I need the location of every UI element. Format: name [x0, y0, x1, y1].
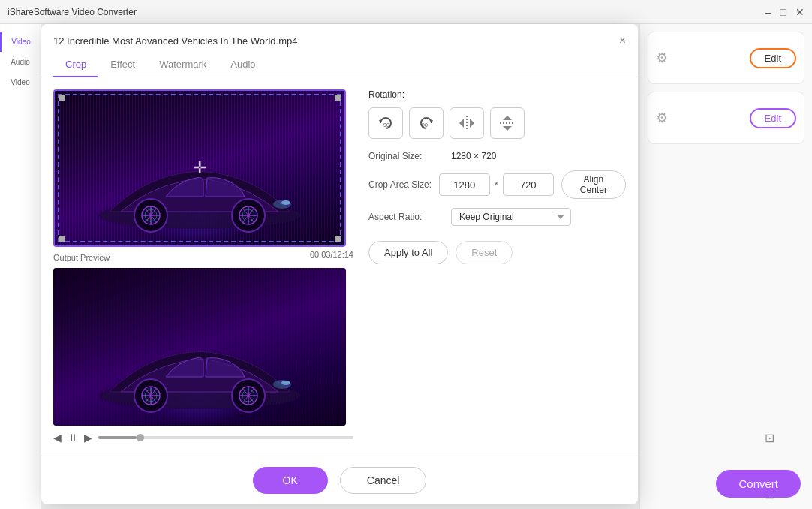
flip-vertical-button[interactable] — [490, 107, 525, 139]
player-controls: ◀ ⏸ ▶ — [53, 432, 353, 444]
svg-marker-39 — [459, 119, 464, 128]
crop-height-input[interactable] — [503, 173, 554, 196]
tab-effect[interactable]: Effect — [98, 53, 147, 77]
reset-button[interactable]: Reset — [456, 241, 513, 264]
forward-button[interactable]: ▶ — [84, 432, 92, 444]
svg-marker-40 — [470, 119, 474, 128]
sidebar-audio-label: Audio — [0, 58, 41, 66]
crop-separator: * — [495, 179, 498, 191]
right-panel: ⚙ Edit ⊡ ⚙ Edit ⊡ Convert — [639, 24, 812, 509]
original-size-label: Original Size: — [368, 151, 451, 161]
tabs-bar: Crop Effect Watermark Audio — [41, 53, 638, 77]
svg-marker-34 — [379, 120, 382, 123]
progress-dot — [137, 434, 144, 441]
app-title: iShareSoftware Video Converter — [8, 7, 137, 17]
minimize-button[interactable]: – — [765, 7, 771, 17]
sidebar-item-video1[interactable]: Video — [0, 32, 41, 52]
crop-width-input[interactable] — [439, 173, 490, 196]
svg-text:90: 90 — [383, 122, 389, 128]
close-window-button[interactable]: ✕ — [795, 7, 804, 17]
sidebar-item-audio[interactable]: Audio — [0, 52, 41, 72]
play-pause-button[interactable]: ⏸ — [68, 432, 78, 444]
crop-mini-icon-2: ⊡ — [765, 431, 774, 445]
svg-marker-43 — [503, 126, 512, 131]
crop-area-label: Crop Area Size: — [368, 179, 439, 190]
controls-area: Rotation: 90 90 — [368, 89, 626, 444]
align-center-button[interactable]: Align Center — [561, 170, 626, 199]
progress-bar[interactable] — [98, 436, 353, 439]
sidebar-video1-label: Video — [2, 38, 41, 46]
modal-footer: OK Cancel — [41, 456, 638, 504]
rewind-button[interactable]: ◀ — [53, 432, 62, 444]
edit-button-1[interactable]: Edit — [750, 48, 796, 68]
output-video-preview — [53, 268, 346, 426]
svg-point-31 — [281, 381, 290, 385]
sidebar: Video Audio Video — [0, 24, 41, 509]
output-car-silhouette — [80, 321, 320, 418]
window-controls: – □ ✕ — [765, 7, 804, 17]
crop-area-row: Crop Area Size: * Align Center — [368, 170, 626, 199]
right-card-1: ⚙ Edit ⊡ — [648, 32, 804, 84]
apply-to-all-button[interactable]: Apply to All — [368, 241, 448, 264]
input-video-preview: ✛ — [53, 89, 346, 247]
car-silhouette — [80, 140, 320, 238]
modal-titlebar: 12 Incredible Most Advanced Vehicles In … — [41, 24, 638, 47]
svg-marker-36 — [430, 120, 433, 123]
rotate-left-button[interactable]: 90 — [368, 107, 403, 139]
rotate-right-button[interactable]: 90 — [409, 107, 444, 139]
modal-content: ✛ Output Preview 00:03/12:14 — [41, 77, 638, 456]
rotation-buttons: 90 90 — [368, 107, 626, 139]
aspect-ratio-select[interactable]: Keep Original 16:9 4:3 1:1 9:16 — [451, 208, 571, 226]
tab-watermark[interactable]: Watermark — [147, 53, 218, 77]
sidebar-item-video2[interactable]: Video — [0, 72, 41, 92]
edit-button-2[interactable]: Edit — [750, 108, 796, 128]
cancel-button[interactable]: Cancel — [340, 467, 427, 494]
output-thumbnail-art — [53, 268, 346, 426]
action-buttons: Apply to All Reset — [368, 241, 626, 264]
output-preview-label: Output Preview — [53, 253, 110, 262]
title-bar: iShareSoftware Video Converter – □ ✕ — [0, 0, 812, 24]
preview-info-row: Output Preview 00:03/12:14 — [53, 250, 353, 264]
aspect-ratio-label: Aspect Ratio: — [368, 212, 451, 222]
gear-icon-2: ⚙ — [656, 110, 668, 126]
aspect-ratio-row: Aspect Ratio: Keep Original 16:9 4:3 1:1… — [368, 208, 626, 226]
rotation-label: Rotation: — [368, 89, 626, 100]
original-size-row: Original Size: 1280 × 720 — [368, 151, 626, 161]
tab-audio[interactable]: Audio — [218, 53, 267, 77]
flip-horizontal-button[interactable] — [450, 107, 484, 139]
modal-close-button[interactable]: × — [619, 35, 626, 47]
svg-text:90: 90 — [422, 122, 428, 128]
ok-button[interactable]: OK — [253, 467, 328, 494]
preview-time: 00:03/12:14 — [310, 250, 353, 259]
right-card-2: ⚙ Edit ⊡ — [648, 92, 804, 144]
svg-marker-42 — [503, 116, 512, 120]
svg-point-14 — [281, 200, 290, 205]
original-size-value: 1280 × 720 — [451, 151, 496, 161]
preview-area: ✛ Output Preview 00:03/12:14 — [53, 89, 353, 444]
tab-crop[interactable]: Crop — [53, 53, 98, 77]
gear-icon-1: ⚙ — [656, 50, 668, 66]
convert-button[interactable]: Convert — [716, 470, 801, 498]
progress-fill — [98, 436, 137, 439]
modal-title: 12 Incredible Most Advanced Vehicles In … — [53, 35, 297, 47]
maximize-button[interactable]: □ — [780, 7, 786, 17]
modal-dialog: 12 Incredible Most Advanced Vehicles In … — [41, 24, 638, 504]
move-cursor-icon: ✛ — [193, 158, 206, 178]
sidebar-video2-label: Video — [0, 78, 41, 86]
